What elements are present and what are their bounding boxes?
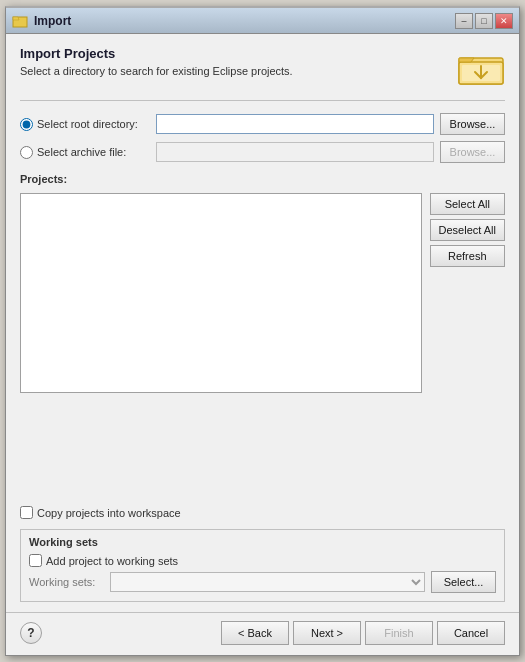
working-sets-title: Working sets [29,536,496,548]
footer-right: < Back Next > Finish Cancel [221,621,505,645]
working-sets-select-button[interactable]: Select... [431,571,496,593]
deselect-all-button[interactable]: Deselect All [430,219,505,241]
archive-file-label[interactable]: Select archive file: [20,146,150,159]
title-controls: – □ ✕ [455,13,513,29]
header-divider [20,100,505,101]
back-button[interactable]: < Back [221,621,289,645]
next-button[interactable]: Next > [293,621,361,645]
add-to-working-sets-checkbox[interactable] [29,554,42,567]
folder-icon [457,46,505,88]
root-directory-label[interactable]: Select root directory: [20,118,150,131]
finish-button[interactable]: Finish [365,621,433,645]
form-section: Select root directory: Browse... Select … [20,113,505,163]
root-directory-input[interactable] [156,114,434,134]
page-title: Import Projects [20,46,293,61]
title-bar: Import – □ ✕ [6,8,519,34]
page-subtitle: Select a directory to search for existin… [20,65,293,77]
maximize-button[interactable]: □ [475,13,493,29]
import-dialog: Import – □ ✕ Import Projects Select a di… [5,6,520,656]
footer-left: ? [20,622,42,644]
working-sets-group: Working sets Add project to working sets… [20,529,505,602]
window-title: Import [34,14,71,28]
footer: ? < Back Next > Finish Cancel [6,612,519,655]
working-sets-combo[interactable] [110,572,425,592]
archive-file-row: Select archive file: Browse... [20,141,505,163]
minimize-button[interactable]: – [455,13,473,29]
projects-label: Projects: [20,173,505,185]
projects-buttons: Select All Deselect All Refresh [430,193,505,494]
root-directory-row: Select root directory: Browse... [20,113,505,135]
refresh-button[interactable]: Refresh [430,245,505,267]
browse-root-button[interactable]: Browse... [440,113,505,135]
title-bar-left: Import [12,13,71,29]
select-all-button[interactable]: Select All [430,193,505,215]
add-to-working-sets-label: Add project to working sets [46,555,178,567]
working-sets-select-label: Working sets: [29,576,104,588]
close-button[interactable]: ✕ [495,13,513,29]
copy-projects-checkbox[interactable] [20,506,33,519]
title-icon [12,13,28,29]
working-sets-combo-wrapper [110,572,425,592]
help-button[interactable]: ? [20,622,42,644]
projects-area: Select All Deselect All Refresh [20,193,505,494]
archive-file-input[interactable] [156,142,434,162]
copy-checkbox-row: Copy projects into workspace [20,506,505,519]
browse-archive-button[interactable]: Browse... [440,141,505,163]
main-content: Import Projects Select a directory to se… [6,34,519,612]
header-section: Import Projects Select a directory to se… [20,46,505,88]
archive-file-radio[interactable] [20,146,33,159]
header-text: Import Projects Select a directory to se… [20,46,293,77]
add-to-working-sets-row: Add project to working sets [29,554,496,567]
working-sets-select-row: Working sets: Select... [29,571,496,593]
svg-marker-4 [459,58,474,62]
cancel-button[interactable]: Cancel [437,621,505,645]
root-directory-radio[interactable] [20,118,33,131]
svg-marker-1 [13,17,19,20]
projects-list[interactable] [20,193,422,393]
copy-projects-label: Copy projects into workspace [37,507,181,519]
